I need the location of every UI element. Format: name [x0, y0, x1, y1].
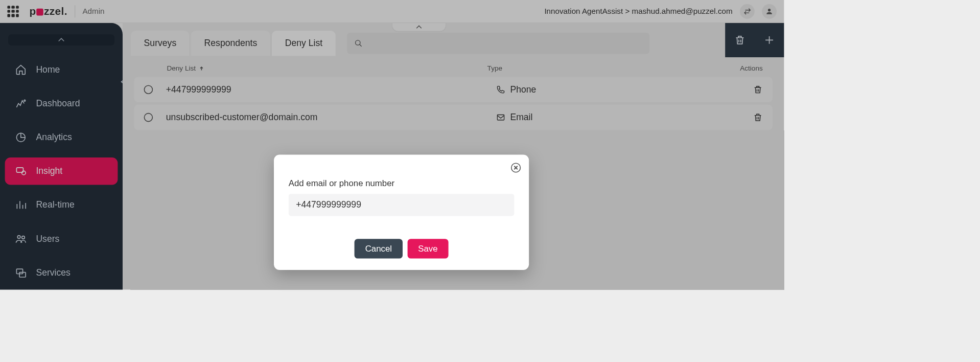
- modal-actions: Cancel Save: [289, 239, 515, 258]
- modal-input[interactable]: [289, 194, 515, 216]
- cancel-button[interactable]: Cancel: [355, 239, 403, 258]
- button-label: Cancel: [365, 244, 392, 253]
- add-denylist-modal: Add email or phone number Cancel Save: [274, 154, 529, 270]
- close-icon: [514, 165, 519, 170]
- save-button[interactable]: Save: [407, 239, 448, 258]
- modal-close-button[interactable]: [511, 163, 521, 172]
- button-label: Save: [418, 244, 437, 253]
- modal-label: Add email or phone number: [289, 178, 515, 188]
